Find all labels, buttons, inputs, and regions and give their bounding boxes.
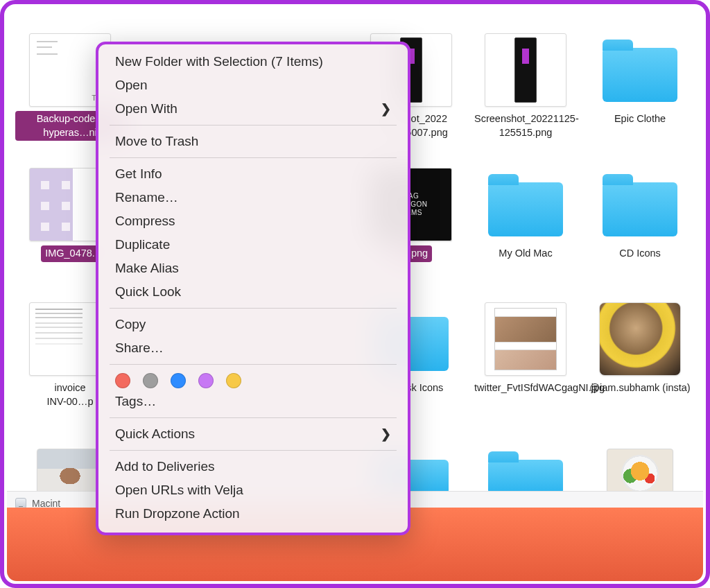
menu-copy[interactable]: Copy	[98, 313, 408, 336]
menu-compress[interactable]: Compress	[98, 209, 408, 233]
menu-tag-colors	[98, 369, 408, 390]
file-thumbnail-image	[485, 302, 566, 376]
file-label[interactable]: Screenshot_20221125-125515.png	[470, 111, 581, 141]
window-frame: Backup-codes-hyperas…ni creenshot_2022 1…	[0, 0, 710, 588]
file-label[interactable]: twitter_FvtISfdWACgagNI.jpg	[470, 380, 581, 397]
menu-open[interactable]: Open	[98, 74, 408, 97]
file-item[interactable]: Screenshot_20221125-125515.png	[470, 33, 581, 165]
menu-separator	[110, 308, 397, 309]
menu-run-dropzone[interactable]: Run Dropzone Action	[98, 502, 408, 526]
menu-make-alias[interactable]: Make Alias	[98, 257, 408, 280]
file-thumbnail-image	[599, 302, 681, 376]
menu-tags[interactable]: Tags…	[98, 390, 408, 413]
folder-icon	[599, 168, 681, 241]
file-label[interactable]: IMG_0478.	[41, 245, 99, 262]
folder-icon	[485, 168, 566, 241]
menu-quick-look[interactable]: Quick Look	[98, 280, 408, 304]
file-thumbnail-screenshot	[485, 33, 566, 107]
chevron-right-icon: ❯	[381, 101, 391, 116]
tag-gray[interactable]	[143, 373, 158, 388]
menu-add-deliveries[interactable]: Add to Deliveries	[98, 455, 408, 478]
file-item[interactable]: @iam.subhamk (insta)	[585, 302, 695, 434]
file-label[interactable]: Epic Clothe	[610, 111, 670, 128]
file-item[interactable]: CD Icons	[585, 168, 695, 300]
menu-move-to-trash[interactable]: Move to Trash	[98, 130, 408, 153]
menu-quick-actions[interactable]: Quick Actions❯	[98, 422, 408, 446]
menu-open-with[interactable]: Open With❯	[98, 97, 408, 121]
chevron-right-icon: ❯	[381, 426, 391, 442]
menu-separator	[110, 157, 397, 158]
tag-blue[interactable]	[171, 373, 186, 388]
menu-get-info[interactable]: Get Info	[98, 162, 408, 186]
file-item[interactable]: Epic Clothe	[585, 33, 695, 165]
file-label[interactable]: My Old Mac	[494, 245, 556, 262]
menu-separator	[110, 125, 397, 126]
tag-purple[interactable]	[198, 373, 214, 388]
context-menu[interactable]: New Folder with Selection (7 Items) Open…	[96, 42, 410, 535]
file-item[interactable]: My Old Mac	[470, 168, 581, 300]
menu-share[interactable]: Share…	[98, 336, 408, 360]
file-label[interactable]: invoice INV-00…p	[43, 380, 98, 410]
file-label[interactable]: CD Icons	[615, 245, 665, 262]
folder-icon	[599, 33, 681, 107]
menu-separator	[110, 417, 397, 418]
menu-new-folder-selection[interactable]: New Folder with Selection (7 Items)	[98, 50, 408, 74]
menu-duplicate[interactable]: Duplicate	[98, 233, 408, 257]
window-content: Backup-codes-hyperas…ni creenshot_2022 1…	[7, 7, 703, 581]
file-item[interactable]: twitter_FvtISfdWACgagNI.jpg	[470, 302, 581, 434]
file-label[interactable]: @iam.subhamk (insta)	[585, 380, 694, 397]
tag-yellow[interactable]	[226, 373, 241, 388]
menu-separator	[110, 364, 397, 365]
tag-red[interactable]	[115, 373, 130, 388]
menu-rename[interactable]: Rename…	[98, 186, 408, 209]
menu-separator	[110, 450, 397, 451]
menu-open-urls-velja[interactable]: Open URLs with Velja	[98, 478, 408, 502]
